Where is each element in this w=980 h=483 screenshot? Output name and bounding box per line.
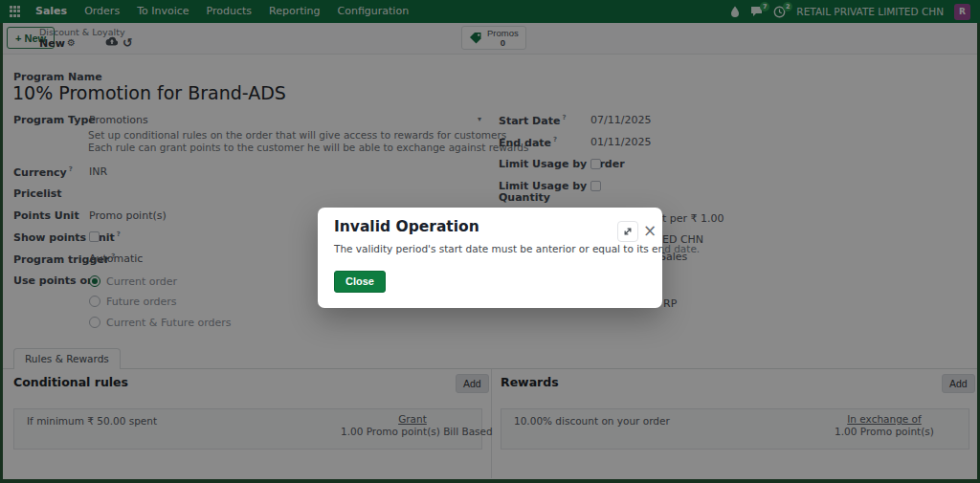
- close-button[interactable]: Close: [334, 271, 386, 293]
- close-icon[interactable]: ×: [643, 220, 657, 241]
- dialog-message: The validity period's start date must be…: [334, 243, 700, 254]
- odoo-window: Sales Orders To Invoice Products Reporti…: [0, 0, 980, 483]
- dialog-title: Invalid Operation: [334, 218, 479, 235]
- expand-dialog-icon[interactable]: [617, 221, 638, 242]
- invalid-operation-dialog: Invalid Operation The validity period's …: [318, 208, 662, 308]
